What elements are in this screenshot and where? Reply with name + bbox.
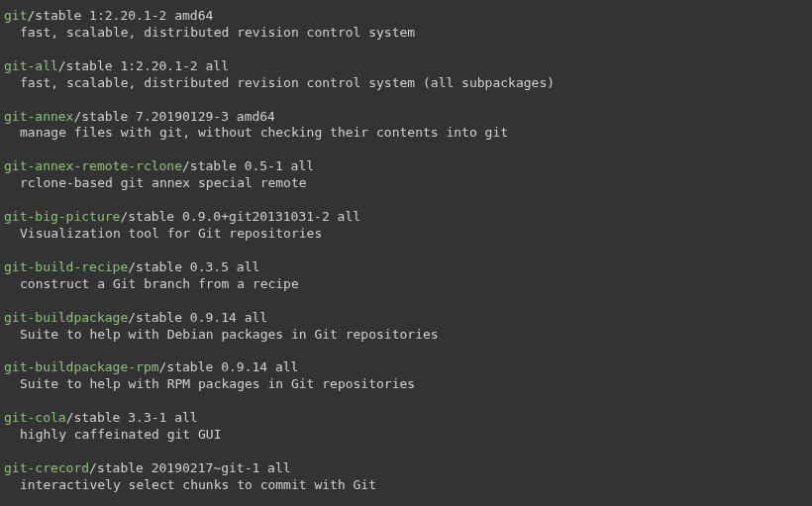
package-meta: /stable 1:2.20.1-2 amd64	[27, 8, 213, 23]
package-name: git-all	[4, 58, 58, 73]
package-header: git-build-recipe/stable 0.3.5 all	[4, 259, 812, 276]
terminal-output: git/stable 1:2.20.1-2 amd64 fast, scalab…	[0, 0, 812, 494]
package-entry: git-buildpackage-rpm/stable 0.9.14 all S…	[4, 359, 812, 393]
package-header: git/stable 1:2.20.1-2 amd64	[4, 8, 812, 25]
package-description: rclone-based git annex special remote	[4, 175, 307, 190]
package-name: git-buildpackage	[4, 310, 128, 325]
package-entry: git-build-recipe/stable 0.3.5 all constr…	[4, 259, 812, 293]
package-name: git-annex	[4, 109, 73, 124]
package-description: Suite to help with Debian packages in Gi…	[4, 327, 439, 342]
package-meta: /stable 0.3.5 all	[128, 259, 259, 274]
package-name: git-crecord	[4, 460, 89, 475]
package-meta: /stable 20190217~git-1 all	[89, 460, 291, 475]
package-meta: /stable 3.3-1 all	[66, 410, 198, 425]
package-entry: git-buildpackage/stable 0.9.14 all Suite…	[4, 310, 812, 344]
package-header: git-buildpackage-rpm/stable 0.9.14 all	[4, 359, 812, 376]
package-header: git-annex-remote-rclone/stable 0.5-1 all	[4, 158, 812, 175]
package-name: git-buildpackage-rpm	[4, 359, 159, 374]
package-meta: /stable 0.9.0+git20131031-2 all	[120, 209, 360, 224]
package-meta: /stable 0.9.14 all	[128, 310, 267, 325]
package-entry: git/stable 1:2.20.1-2 amd64 fast, scalab…	[4, 8, 812, 42]
package-name: git-annex-remote-rclone	[4, 158, 182, 173]
package-entry: git-crecord/stable 20190217~git-1 all in…	[4, 460, 812, 494]
package-description: Suite to help with RPM packages in Git r…	[4, 376, 415, 391]
package-entry: git-annex/stable 7.20190129-3 amd64 mana…	[4, 109, 812, 143]
package-description: manage files with git, without checking …	[4, 125, 508, 140]
package-meta: /stable 0.5-1 all	[182, 158, 314, 173]
package-entry: git-cola/stable 3.3-1 all highly caffein…	[4, 410, 812, 444]
package-header: git-all/stable 1:2.20.1-2 all	[4, 58, 812, 75]
package-header: git-annex/stable 7.20190129-3 amd64	[4, 109, 812, 126]
package-entry: git-all/stable 1:2.20.1-2 all fast, scal…	[4, 58, 812, 92]
package-description: highly caffeinated git GUI	[4, 427, 222, 442]
package-meta: /stable 0.9.14 all	[159, 359, 299, 374]
package-entry: git-annex-remote-rclone/stable 0.5-1 all…	[4, 158, 812, 192]
package-name: git-big-picture	[4, 209, 120, 224]
package-header: git-cola/stable 3.3-1 all	[4, 410, 812, 427]
package-meta: /stable 1:2.20.1-2 all	[58, 58, 229, 73]
package-description: Visualization tool for Git repositories	[4, 226, 322, 241]
package-description: fast, scalable, distributed revision con…	[4, 75, 555, 90]
package-description: construct a Git branch from a recipe	[4, 276, 299, 291]
package-description: fast, scalable, distributed revision con…	[4, 25, 415, 40]
package-header: git-crecord/stable 20190217~git-1 all	[4, 460, 812, 477]
package-meta: /stable 7.20190129-3 amd64	[73, 109, 275, 124]
package-name: git-build-recipe	[4, 259, 128, 274]
package-description: interactively select chunks to commit wi…	[4, 477, 376, 492]
package-entry: git-big-picture/stable 0.9.0+git20131031…	[4, 209, 812, 243]
package-header: git-buildpackage/stable 0.9.14 all	[4, 310, 812, 327]
package-name: git	[4, 8, 27, 23]
package-name: git-cola	[4, 410, 66, 425]
package-header: git-big-picture/stable 0.9.0+git20131031…	[4, 209, 812, 226]
